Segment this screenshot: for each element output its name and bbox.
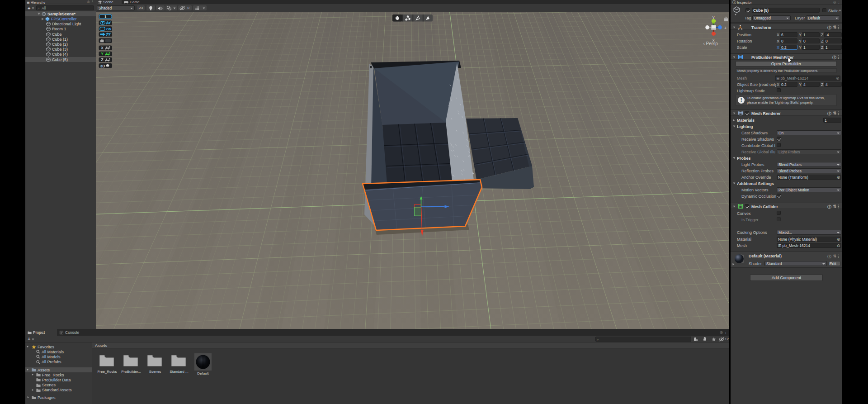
svg-text:‹ Persp: ‹ Persp <box>703 41 718 46</box>
svg-text:X: X <box>101 46 104 50</box>
svg-text:Y: Y <box>101 52 104 56</box>
svg-text:1: 1 <box>104 14 107 19</box>
svg-text:Z: Z <box>101 57 103 62</box>
svg-text:y: y <box>712 15 715 19</box>
svg-text:3D: 3D <box>100 64 105 68</box>
svg-text:z: z <box>725 25 727 30</box>
svg-text:ON: ON <box>106 27 111 31</box>
